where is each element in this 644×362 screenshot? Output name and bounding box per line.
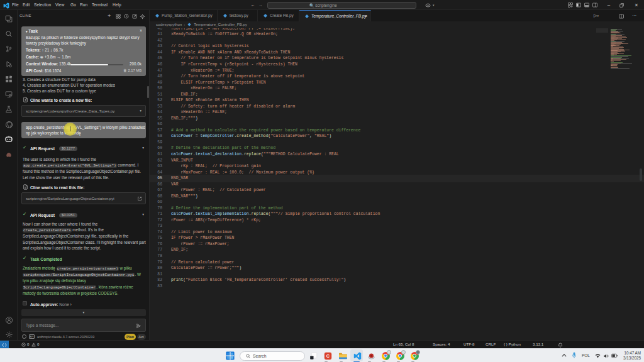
svg-text:C: C <box>326 353 330 359</box>
